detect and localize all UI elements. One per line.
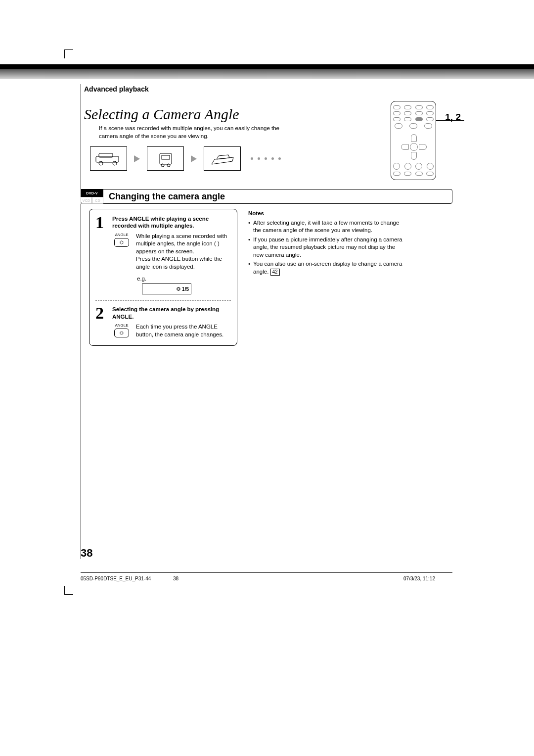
camera-icon: ⌬ — [120, 240, 124, 245]
step-2: 2 Selecting the camera angle by pressing… — [95, 306, 231, 338]
step-2-heading: Selecting the camera angle by pressing A… — [112, 306, 231, 320]
note-item: After selecting angle, it will take a fe… — [248, 219, 406, 235]
footer-rule — [81, 572, 452, 573]
car-angle-1 — [90, 146, 127, 171]
tag-cd: CD — [92, 197, 103, 204]
angle-button-illustration: ANGLE ⌬ — [112, 323, 131, 338]
remote-illustration — [391, 101, 436, 180]
note-item: You can also use an on-screen display to… — [248, 260, 406, 276]
left-margin-rule — [81, 84, 81, 559]
section-label: Advanced playback — [84, 85, 149, 93]
car-angle-3 — [204, 146, 241, 171]
page-title: Selecting a Camera Angle — [84, 106, 239, 123]
example-osd: ⌬ 1/5 — [142, 284, 191, 294]
tag-vcd: VCD — [81, 197, 92, 204]
section-heading: Changing the camera angle — [109, 191, 225, 202]
svg-rect-5 — [162, 155, 170, 159]
step-divider — [95, 300, 231, 301]
step-1-heading: Press ANGLE while playing a scene record… — [112, 215, 231, 230]
crop-mark-bottom-left — [64, 586, 73, 595]
page-reference: 42 — [270, 269, 280, 276]
svg-rect-1 — [99, 153, 113, 157]
header-gradient-bar — [0, 64, 534, 79]
remote-angle-button-highlight — [415, 117, 423, 121]
disc-compatibility-tags: DVD-V VCD CD — [81, 189, 103, 204]
svg-point-3 — [113, 161, 117, 165]
step-1-body-2: Press the ANGLE button while the angle i… — [136, 255, 231, 271]
step-number: 1 — [95, 215, 108, 294]
footer-timestamp: 07/3/23, 11:12 — [403, 576, 435, 581]
remote-step-callout: 1, 2 — [445, 112, 461, 123]
notes-section: Notes After selecting angle, it will tak… — [248, 210, 406, 277]
example-label: e.g. — [137, 276, 231, 282]
crop-mark-top-left — [64, 49, 73, 58]
page-subtitle: If a scene was recorded with multiple an… — [99, 125, 282, 140]
car-angle-2 — [147, 146, 184, 171]
step-1: 1 Press ANGLE while playing a scene reco… — [95, 215, 231, 294]
tag-dvd: DVD-V — [81, 189, 103, 197]
example-value: 1/5 — [182, 286, 189, 292]
svg-point-2 — [99, 161, 103, 165]
footer-page: 38 — [173, 576, 178, 581]
step-1-body-1: While playing a scene recorded with mult… — [136, 233, 231, 256]
note-item: If you pause a picture immediately after… — [248, 236, 406, 259]
arrow-icon — [134, 155, 140, 162]
notes-heading: Notes — [248, 210, 406, 218]
step-number: 2 — [95, 306, 108, 338]
footer-filename: 05SD-P90DTSE_E_EU_P31-44 — [81, 576, 151, 581]
svg-marker-8 — [212, 157, 233, 164]
step-2-body: Each time you press the ANGLE button, th… — [136, 323, 231, 338]
section-heading-bar: DVD-V VCD CD Changing the camera angle — [81, 189, 452, 204]
svg-marker-9 — [217, 155, 229, 159]
page-number: 38 — [81, 547, 92, 560]
angle-illustration-row — [90, 146, 281, 171]
angle-button-illustration: ANGLE ⌬ — [112, 233, 131, 271]
camera-icon: ⌬ — [177, 286, 180, 291]
camera-icon: ⌬ — [120, 331, 124, 335]
steps-panel: 1 Press ANGLE while playing a scene reco… — [89, 209, 237, 346]
arrow-icon — [191, 155, 197, 162]
